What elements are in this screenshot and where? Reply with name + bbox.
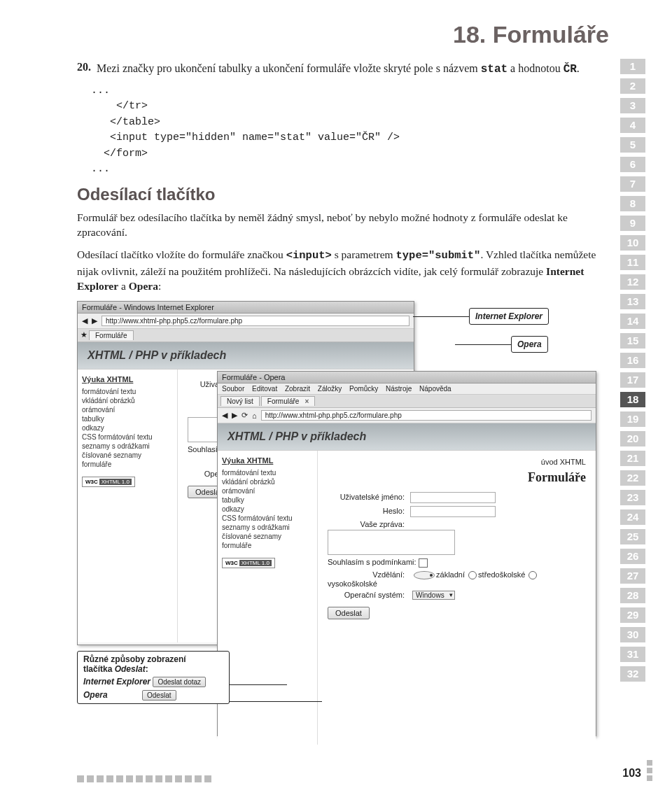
home-icon[interactable]: ⌂ <box>252 411 257 420</box>
index-tab-29[interactable]: 29 <box>620 607 645 623</box>
sidebar-item[interactable]: seznamy s odrážkami <box>222 523 313 531</box>
opera-tabrow: Nový list Formuláře× <box>218 395 596 408</box>
step-20: 20. Mezi značky pro ukončení tabulky a u… <box>77 61 609 78</box>
index-tab-2[interactable]: 2 <box>620 78 645 94</box>
sidebar-item[interactable]: CSS formátování textu <box>82 433 173 441</box>
square-icon <box>185 775 192 782</box>
menu-item[interactable]: Soubor <box>222 385 244 393</box>
opera-url[interactable]: http://www.xhtml-php.php5.cz/formulare.p… <box>261 410 592 421</box>
index-tab-12[interactable]: 12 <box>620 274 645 290</box>
username-field[interactable] <box>410 492 496 503</box>
ie-url[interactable]: http://www.xhtml-php.php5.cz/formulare.p… <box>102 316 410 326</box>
index-tab-18[interactable]: 18 <box>620 392 645 407</box>
index-tab-19[interactable]: 19 <box>620 411 645 427</box>
opera-form: úvod XHTML Formuláře Uživatelské jméno: … <box>318 451 596 745</box>
tab-formulare[interactable]: Formuláře× <box>261 396 315 406</box>
index-tab-21[interactable]: 21 <box>620 451 645 466</box>
nav-fwd-icon[interactable]: ▶ <box>92 316 97 325</box>
sidebar-item[interactable]: formuláře <box>222 542 313 549</box>
index-tab-30[interactable]: 30 <box>620 627 645 642</box>
password-field[interactable] <box>410 506 496 517</box>
code-line: </table> <box>91 115 609 131</box>
index-tab-1[interactable]: 1 <box>620 59 645 74</box>
favorites-icon[interactable]: ★ <box>80 330 88 340</box>
reload-icon[interactable]: ⟳ <box>241 411 248 420</box>
menu-item[interactable]: Pomůcky <box>349 385 378 393</box>
submit-button-opera[interactable]: Odeslat <box>328 607 370 619</box>
callout-opera-label: Opera <box>517 339 542 349</box>
index-tab-32[interactable]: 32 <box>620 666 645 682</box>
code-line: </tr> <box>91 99 609 115</box>
os-select[interactable]: Windows <box>412 591 455 600</box>
edu-radio-3[interactable] <box>528 571 537 579</box>
index-tab-8[interactable]: 8 <box>620 196 645 211</box>
index-tab-10[interactable]: 10 <box>620 235 645 251</box>
sidebar-item[interactable]: tabulky <box>82 415 173 423</box>
sidebar-item[interactable]: formátování textu <box>222 469 313 477</box>
nav-links[interactable]: úvod XHTML <box>328 458 586 466</box>
index-tab-6[interactable]: 6 <box>620 157 645 172</box>
callout-buttons-h2c: : <box>146 664 148 674</box>
menu-item[interactable]: Nápověda <box>419 385 451 393</box>
nav-icon[interactable]: ◀ <box>222 411 227 420</box>
sidebar-item[interactable]: vkládání obrázků <box>82 397 173 404</box>
index-tab-14[interactable]: 14 <box>620 314 645 329</box>
menu-item[interactable]: Záložky <box>318 385 342 393</box>
sidebar-item[interactable]: CSS formátování textu <box>222 514 313 522</box>
index-tab-22[interactable]: 22 <box>620 470 645 486</box>
menu-item[interactable]: Editovat <box>252 385 277 393</box>
square-icon <box>136 775 143 782</box>
agree-checkbox[interactable] <box>419 558 428 568</box>
sidebar-item[interactable]: tabulky <box>222 496 313 504</box>
index-tab-4[interactable]: 4 <box>620 118 645 133</box>
chapter-index: 1234567891011121314151617181920212223242… <box>620 59 645 686</box>
close-icon[interactable]: × <box>304 398 309 405</box>
sidebar-item[interactable]: odkazy <box>222 505 313 513</box>
edu-opt: základní <box>436 570 465 579</box>
index-tab-5[interactable]: 5 <box>620 137 645 153</box>
square-icon <box>146 775 153 782</box>
message-field[interactable] <box>328 530 455 555</box>
index-tab-25[interactable]: 25 <box>620 529 645 544</box>
nav-back-icon[interactable]: ◀ <box>82 316 88 325</box>
menu-item[interactable]: Zobrazit <box>285 385 310 393</box>
square-icon <box>106 775 113 782</box>
sidebar-item[interactable]: číslované seznamy <box>222 533 313 540</box>
menu-item[interactable]: Nástroje <box>386 385 412 393</box>
p2-op: Opera <box>129 280 158 292</box>
index-tab-3[interactable]: 3 <box>620 98 645 113</box>
opera-window-title: Formuláře - Opera <box>218 372 596 384</box>
index-tab-11[interactable]: 11 <box>620 255 645 270</box>
index-tab-13[interactable]: 13 <box>620 294 645 309</box>
index-tab-28[interactable]: 28 <box>620 588 645 603</box>
index-tab-20[interactable]: 20 <box>620 431 645 446</box>
edu-radio-2[interactable] <box>468 571 477 579</box>
ie-sidebar: Výuka XHTML formátování textu vkládání o… <box>78 370 178 642</box>
sidebar-item[interactable]: orámování <box>222 487 313 495</box>
index-tab-26[interactable]: 26 <box>620 549 645 564</box>
index-tab-31[interactable]: 31 <box>620 647 645 662</box>
index-tab-9[interactable]: 9 <box>620 216 645 231</box>
tab-new[interactable]: Nový list <box>220 396 260 406</box>
index-tab-23[interactable]: 23 <box>620 490 645 505</box>
nav-icon[interactable]: ▶ <box>232 411 237 420</box>
index-tab-17[interactable]: 17 <box>620 372 645 388</box>
ie-tab[interactable]: Formuláře <box>89 330 134 340</box>
index-tab-27[interactable]: 27 <box>620 568 645 584</box>
sidebar-item[interactable]: formuláře <box>82 460 173 468</box>
sidebar-item[interactable]: číslované seznamy <box>82 451 173 459</box>
sidebar-item[interactable]: odkazy <box>82 424 173 432</box>
index-tab-15[interactable]: 15 <box>620 333 645 349</box>
sidebar-item[interactable]: orámování <box>82 406 173 414</box>
square-icon <box>204 775 211 782</box>
sidebar-item[interactable]: vkládání obrázků <box>222 478 313 486</box>
ie-tabrow: ★ Formuláře <box>78 329 414 342</box>
sidebar-item[interactable]: seznamy s odrážkami <box>82 442 173 450</box>
edu-radio-1[interactable] <box>414 571 435 579</box>
index-tab-16[interactable]: 16 <box>620 353 645 368</box>
sidebar-item[interactable]: formátování textu <box>82 388 173 395</box>
step-text-c: . <box>577 62 580 74</box>
index-tab-7[interactable]: 7 <box>620 176 645 192</box>
index-tab-24[interactable]: 24 <box>620 509 645 525</box>
square-icon <box>647 760 652 766</box>
